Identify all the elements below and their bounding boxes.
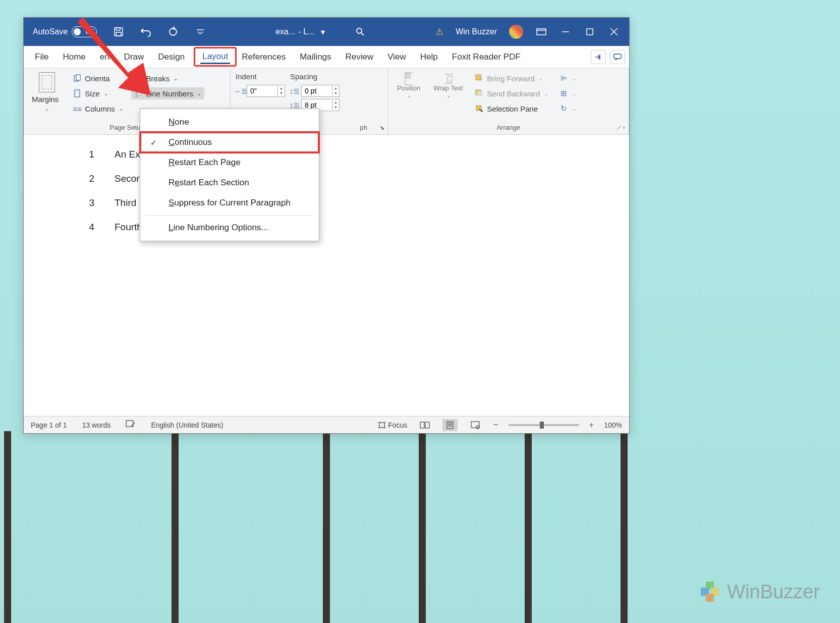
svg-rect-27	[477, 91, 482, 96]
dropdown-item-restart-section[interactable]: Restart Each Section	[140, 173, 319, 193]
line-numbers-button[interactable]: 1 –2 – Line Numbers⌄	[131, 87, 204, 99]
print-layout-icon[interactable]	[442, 419, 458, 431]
item-label: ine Numbering Options...	[173, 223, 268, 232]
focus-mode-button[interactable]: Focus	[378, 421, 407, 429]
rotate-button[interactable]: ↻⌄	[556, 102, 579, 115]
tab-home[interactable]: Home	[55, 48, 92, 66]
close-button[interactable]	[608, 26, 620, 38]
dropdown-item-restart-page[interactable]: Restart Each Page	[140, 152, 319, 173]
undo-icon[interactable]	[140, 26, 151, 37]
word-count[interactable]: 13 words	[82, 421, 111, 429]
maximize-button[interactable]	[584, 26, 596, 38]
dropdown-item-options[interactable]: Line Numbering Options...	[140, 218, 319, 238]
zoom-slider[interactable]	[509, 424, 579, 426]
spin-down[interactable]: ▼	[332, 91, 339, 96]
columns-icon: ≡≡	[73, 104, 82, 113]
tab-review[interactable]: Review	[339, 48, 381, 66]
send-backward-icon	[475, 89, 484, 98]
customize-qat-icon[interactable]	[195, 26, 206, 37]
save-icon[interactable]	[113, 26, 124, 37]
line-text: Fourth	[115, 222, 142, 233]
desktop-palm	[4, 431, 11, 623]
read-mode-icon[interactable]	[417, 419, 432, 431]
zoom-in-button[interactable]: +	[589, 421, 594, 430]
tab-help[interactable]: Help	[413, 48, 445, 66]
zoom-level[interactable]: 100%	[604, 421, 622, 429]
comments-button[interactable]	[610, 50, 625, 64]
zoom-out-button[interactable]: −	[493, 420, 498, 430]
tab-references[interactable]: References	[235, 48, 293, 66]
spin-up[interactable]: ▲	[332, 86, 339, 91]
tab-layout[interactable]: Layout	[200, 50, 230, 64]
columns-button[interactable]: ≡≡ Columns⌄	[70, 102, 126, 115]
line-numbers-label: Line Numbers	[146, 89, 193, 98]
spin-up[interactable]: ▲	[278, 86, 285, 91]
check-icon: ✓	[150, 138, 157, 147]
tab-draw[interactable]: Draw	[117, 48, 151, 66]
desktop-palm	[525, 431, 532, 623]
spin-up[interactable]: ▲	[332, 100, 339, 105]
watermark: WinBuzzer	[701, 581, 820, 603]
minimize-button[interactable]	[559, 26, 572, 38]
send-backward-button[interactable]: Send Backward⌄	[472, 87, 551, 99]
spacing-before-spinner[interactable]: ▲▼	[301, 85, 340, 97]
size-button[interactable]: Size⌄	[70, 87, 126, 99]
margins-button[interactable]: Margins	[29, 93, 65, 105]
dropdown-divider	[145, 215, 314, 216]
bring-forward-icon	[475, 74, 484, 83]
orientation-icon	[73, 74, 82, 83]
redo-icon[interactable]	[167, 26, 179, 37]
selection-pane-button[interactable]: Selection Pane	[472, 102, 551, 115]
spin-down[interactable]: ▼	[332, 105, 339, 110]
document-area[interactable]: 1An Exa 2Second 3Third Li 4Fourth	[24, 135, 629, 416]
web-layout-icon[interactable]	[468, 419, 483, 431]
autosave-switch[interactable]: Off	[72, 26, 97, 37]
align-button[interactable]: ⊫⌄	[556, 72, 579, 84]
warning-icon[interactable]: ⚠	[435, 26, 443, 37]
search-icon[interactable]	[355, 26, 366, 37]
position-icon	[404, 74, 413, 83]
orientation-button[interactable]: Orienta	[70, 72, 126, 84]
spacing-before-input[interactable]	[302, 86, 332, 96]
indent-left-input[interactable]	[247, 86, 277, 96]
pin-ribbon-icon[interactable]: ⟋◦	[615, 123, 625, 131]
tab-mailings[interactable]: Mailings	[293, 48, 338, 66]
wrap-text-button[interactable]: Wrap Text⌄	[429, 72, 467, 123]
dropdown-item-continuous[interactable]: ✓Continuous	[140, 132, 319, 152]
tab-layout-highlight: Layout	[194, 47, 237, 67]
share-button[interactable]	[591, 50, 606, 64]
item-label: estart Each Page	[175, 158, 240, 167]
desktop-palm	[323, 431, 330, 623]
focus-label: Focus	[388, 421, 407, 429]
tab-view[interactable]: View	[380, 48, 413, 66]
dropdown-item-none[interactable]: None	[140, 112, 319, 132]
svg-rect-21	[447, 76, 453, 81]
bring-forward-button[interactable]: Bring Forward⌄	[472, 72, 551, 84]
autosave-toggle[interactable]: AutoSave Off	[33, 26, 97, 37]
ribbon-display-icon[interactable]	[535, 26, 547, 38]
line-number: 1	[84, 149, 94, 160]
user-avatar[interactable]	[509, 25, 523, 39]
ribbon-tabs: File Home ert Draw Design Layout Referen…	[24, 46, 629, 68]
page-indicator[interactable]: Page 1 of 1	[31, 421, 67, 429]
breaks-button[interactable]: Breaks⌄	[131, 72, 204, 84]
statusbar: Page 1 of 1 13 words English (United Sta…	[24, 416, 629, 433]
paragraph-launcher-icon[interactable]: ⬊	[380, 125, 384, 131]
tab-insert[interactable]: ert	[93, 48, 117, 66]
user-name[interactable]: Win Buzzer	[456, 27, 497, 36]
language-indicator[interactable]: English (United States)	[151, 421, 223, 429]
tab-design[interactable]: Design	[151, 48, 192, 66]
proofing-icon[interactable]	[126, 420, 136, 430]
desktop-palm	[172, 431, 179, 623]
tab-file[interactable]: File	[28, 48, 55, 66]
group-button[interactable]: ⊞⌄	[556, 87, 579, 99]
orientation-label: Orienta	[85, 74, 109, 83]
spin-down[interactable]: ▼	[278, 91, 285, 96]
breaks-label: Breaks	[146, 74, 170, 83]
chevron-down-icon[interactable]: ▾	[317, 26, 328, 37]
dropdown-item-suppress[interactable]: Suppress for Current Paragraph	[140, 193, 319, 213]
position-button[interactable]: Position⌄	[393, 72, 424, 123]
tab-foxit[interactable]: Foxit Reader PDF	[445, 48, 528, 66]
indent-left-spinner[interactable]: ▲▼	[247, 85, 285, 97]
breaks-icon	[134, 74, 143, 83]
